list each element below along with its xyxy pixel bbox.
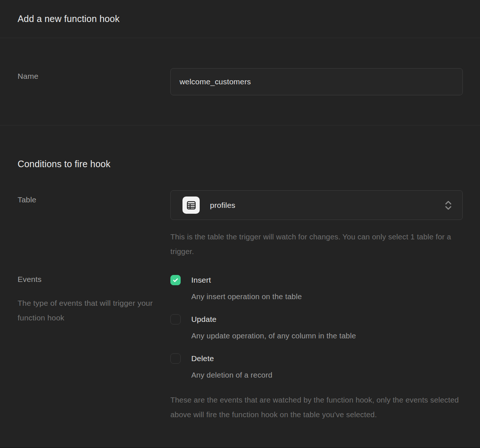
name-label-column: Name (18, 68, 170, 125)
events-help-text: These are the events that are watched by… (170, 393, 463, 422)
insert-checkbox[interactable] (170, 275, 181, 285)
update-checkbox[interactable] (170, 314, 181, 324)
delete-description: Any deletion of a record (191, 370, 272, 380)
page-title: Add a new function hook (18, 12, 462, 25)
events-label-column: Events The type of events that will trig… (18, 275, 170, 422)
name-section: Name (0, 38, 480, 125)
update-description: Any update operation, of any column in t… (191, 331, 356, 341)
add-function-hook-panel: Add a new function hook Name Conditions … (0, 0, 480, 448)
table-select-value: profiles (210, 201, 444, 210)
events-label: Events (18, 275, 159, 284)
name-field-column (170, 68, 463, 125)
chevrons-up-down-icon (444, 199, 452, 212)
table-label: Table (18, 190, 159, 204)
name-label: Name (18, 68, 159, 81)
name-input[interactable] (170, 68, 463, 95)
update-label[interactable]: Update (191, 314, 356, 324)
delete-label[interactable]: Delete (191, 353, 272, 364)
table-help-text: This is the table the trigger will watch… (170, 229, 463, 259)
table-field-column: profiles This is the table the trigger w… (170, 190, 463, 259)
events-description: The type of events that will trigger you… (18, 296, 153, 325)
check-icon (172, 277, 179, 283)
insert-description: Any insert operation on the table (191, 291, 302, 302)
events-options-column: Insert Any insert operation on the table… (170, 275, 463, 422)
event-option-delete: Delete Any deletion of a record (170, 353, 463, 380)
table-label-column: Table (18, 190, 170, 259)
delete-option-texts: Delete Any deletion of a record (191, 353, 272, 380)
update-option-texts: Update Any update operation, of any colu… (191, 314, 356, 341)
table-select[interactable]: profiles (170, 190, 463, 220)
event-option-update: Update Any update operation, of any colu… (170, 314, 463, 341)
dialog-header: Add a new function hook (0, 0, 480, 38)
event-option-insert: Insert Any insert operation on the table (170, 275, 463, 302)
insert-label[interactable]: Insert (191, 275, 302, 285)
insert-option-texts: Insert Any insert operation on the table (191, 275, 302, 302)
table-row: Table profiles (18, 190, 463, 259)
conditions-section: Conditions to fire hook Table (0, 125, 480, 422)
delete-checkbox[interactable] (170, 353, 181, 364)
table-icon (182, 197, 200, 214)
events-row: Events The type of events that will trig… (18, 275, 463, 422)
conditions-heading: Conditions to fire hook (18, 158, 463, 170)
